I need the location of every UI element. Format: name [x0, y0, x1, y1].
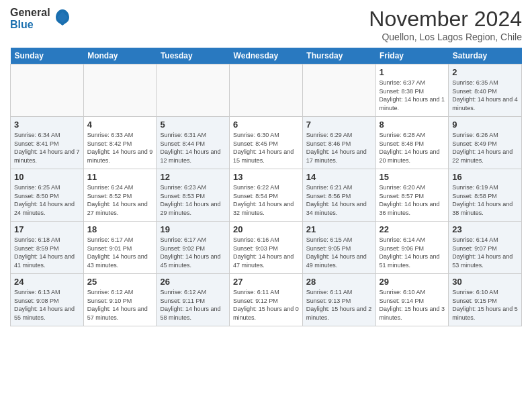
day-number: 30: [452, 277, 518, 287]
day-number: 6: [233, 120, 299, 130]
day-number: 25: [87, 277, 153, 287]
week-row-3: 10Sunrise: 6:25 AM Sunset: 8:50 PM Dayli…: [11, 169, 522, 222]
day-number: 13: [233, 172, 299, 182]
calendar-cell: [302, 64, 375, 117]
day-info: Sunrise: 6:17 AM Sunset: 9:01 PM Dayligh…: [87, 236, 153, 269]
calendar-cell: 3Sunrise: 6:34 AM Sunset: 8:41 PM Daylig…: [11, 117, 84, 169]
day-info: Sunrise: 6:21 AM Sunset: 8:56 PM Dayligh…: [306, 183, 372, 217]
day-info: Sunrise: 6:10 AM Sunset: 9:15 PM Dayligh…: [452, 288, 518, 322]
day-info: Sunrise: 6:25 AM Sunset: 8:50 PM Dayligh…: [14, 183, 80, 217]
day-info: Sunrise: 6:33 AM Sunset: 8:42 PM Dayligh…: [87, 131, 153, 165]
day-number: 23: [452, 224, 518, 234]
day-number: 17: [14, 224, 80, 234]
calendar-cell: 11Sunrise: 6:24 AM Sunset: 8:52 PM Dayli…: [83, 169, 157, 222]
day-number: 24: [14, 277, 80, 287]
calendar-cell: 7Sunrise: 6:29 AM Sunset: 8:46 PM Daylig…: [302, 117, 375, 169]
calendar-cell: 14Sunrise: 6:21 AM Sunset: 8:56 PM Dayli…: [302, 169, 375, 222]
header: General Blue November 2024 Quellon, Los …: [10, 7, 522, 42]
day-number: 11: [87, 172, 153, 182]
day-number: 26: [160, 277, 226, 287]
calendar-cell: 8Sunrise: 6:28 AM Sunset: 8:48 PM Daylig…: [375, 117, 449, 169]
day-number: 15: [380, 172, 445, 182]
day-number: 1: [380, 67, 445, 77]
day-number: 14: [306, 172, 372, 182]
calendar-cell: 10Sunrise: 6:25 AM Sunset: 8:50 PM Dayli…: [11, 169, 84, 222]
day-info: Sunrise: 6:11 AM Sunset: 9:13 PM Dayligh…: [306, 288, 372, 322]
logo-general: General: [10, 7, 50, 18]
calendar-cell: 2Sunrise: 6:35 AM Sunset: 8:40 PM Daylig…: [449, 64, 522, 117]
day-info: Sunrise: 6:34 AM Sunset: 8:41 PM Dayligh…: [14, 131, 80, 165]
day-number: 22: [380, 224, 445, 234]
day-number: 12: [160, 172, 226, 182]
calendar-cell: 4Sunrise: 6:33 AM Sunset: 8:42 PM Daylig…: [83, 117, 157, 169]
day-number: 4: [87, 120, 153, 130]
day-number: 3: [14, 120, 80, 130]
weekday-header-row: SundayMondayTuesdayWednesdayThursdayFrid…: [11, 48, 522, 64]
calendar-cell: 25Sunrise: 6:12 AM Sunset: 9:10 PM Dayli…: [83, 274, 157, 326]
week-row-2: 3Sunrise: 6:34 AM Sunset: 8:41 PM Daylig…: [11, 117, 522, 169]
calendar-cell: 1Sunrise: 6:37 AM Sunset: 8:38 PM Daylig…: [375, 64, 449, 117]
day-info: Sunrise: 6:11 AM Sunset: 9:12 PM Dayligh…: [233, 288, 299, 322]
day-number: 7: [306, 120, 372, 130]
weekday-monday: Monday: [83, 48, 157, 64]
week-row-1: 1Sunrise: 6:37 AM Sunset: 8:38 PM Daylig…: [11, 64, 522, 117]
calendar-cell: 15Sunrise: 6:20 AM Sunset: 8:57 PM Dayli…: [375, 169, 449, 222]
day-info: Sunrise: 6:18 AM Sunset: 8:59 PM Dayligh…: [14, 236, 80, 269]
day-number: 16: [452, 172, 518, 182]
calendar-cell: 29Sunrise: 6:10 AM Sunset: 9:14 PM Dayli…: [375, 274, 449, 326]
day-number: 8: [380, 120, 445, 130]
calendar-cell: 28Sunrise: 6:11 AM Sunset: 9:13 PM Dayli…: [302, 274, 375, 326]
calendar-cell: 12Sunrise: 6:23 AM Sunset: 8:53 PM Dayli…: [157, 169, 230, 222]
day-info: Sunrise: 6:26 AM Sunset: 8:49 PM Dayligh…: [452, 131, 518, 165]
weekday-wednesday: Wednesday: [230, 48, 303, 64]
day-info: Sunrise: 6:20 AM Sunset: 8:57 PM Dayligh…: [380, 183, 445, 217]
week-row-5: 24Sunrise: 6:13 AM Sunset: 9:08 PM Dayli…: [11, 274, 522, 326]
day-number: 19: [160, 224, 226, 234]
title-section: November 2024 Quellon, Los Lagos Region,…: [369, 7, 522, 42]
day-info: Sunrise: 6:10 AM Sunset: 9:14 PM Dayligh…: [380, 288, 445, 322]
calendar-cell: 26Sunrise: 6:12 AM Sunset: 9:11 PM Dayli…: [157, 274, 230, 326]
day-info: Sunrise: 6:13 AM Sunset: 9:08 PM Dayligh…: [14, 288, 80, 322]
logo: General Blue: [10, 7, 72, 31]
weekday-saturday: Saturday: [449, 48, 522, 64]
day-info: Sunrise: 6:17 AM Sunset: 9:02 PM Dayligh…: [160, 236, 226, 269]
day-number: 9: [452, 120, 518, 130]
day-info: Sunrise: 6:29 AM Sunset: 8:46 PM Dayligh…: [306, 131, 372, 165]
day-info: Sunrise: 6:14 AM Sunset: 9:06 PM Dayligh…: [380, 236, 445, 269]
weekday-friday: Friday: [375, 48, 449, 64]
month-title: November 2024: [369, 7, 522, 32]
weekday-sunday: Sunday: [11, 48, 84, 64]
day-info: Sunrise: 6:37 AM Sunset: 8:38 PM Dayligh…: [380, 79, 445, 112]
calendar-cell: 6Sunrise: 6:30 AM Sunset: 8:45 PM Daylig…: [230, 117, 303, 169]
day-number: 27: [233, 277, 299, 287]
calendar-cell: 19Sunrise: 6:17 AM Sunset: 9:02 PM Dayli…: [157, 222, 230, 274]
calendar-cell: [157, 64, 230, 117]
calendar-cell: 9Sunrise: 6:26 AM Sunset: 8:49 PM Daylig…: [449, 117, 522, 169]
day-info: Sunrise: 6:31 AM Sunset: 8:44 PM Dayligh…: [160, 131, 226, 165]
day-number: 29: [380, 277, 445, 287]
calendar-table: SundayMondayTuesdayWednesdayThursdayFrid…: [10, 48, 522, 326]
logo-icon: [53, 8, 72, 30]
day-info: Sunrise: 6:23 AM Sunset: 8:53 PM Dayligh…: [160, 183, 226, 217]
weekday-tuesday: Tuesday: [157, 48, 230, 64]
calendar-cell: 17Sunrise: 6:18 AM Sunset: 8:59 PM Dayli…: [11, 222, 84, 274]
day-number: 28: [306, 277, 372, 287]
calendar-cell: 27Sunrise: 6:11 AM Sunset: 9:12 PM Dayli…: [230, 274, 303, 326]
calendar-cell: 23Sunrise: 6:14 AM Sunset: 9:07 PM Dayli…: [449, 222, 522, 274]
calendar-cell: 18Sunrise: 6:17 AM Sunset: 9:01 PM Dayli…: [83, 222, 157, 274]
day-info: Sunrise: 6:16 AM Sunset: 9:03 PM Dayligh…: [233, 236, 299, 269]
calendar-cell: 22Sunrise: 6:14 AM Sunset: 9:06 PM Dayli…: [375, 222, 449, 274]
day-info: Sunrise: 6:19 AM Sunset: 8:58 PM Dayligh…: [452, 183, 518, 217]
calendar-cell: 5Sunrise: 6:31 AM Sunset: 8:44 PM Daylig…: [157, 117, 230, 169]
day-info: Sunrise: 6:24 AM Sunset: 8:52 PM Dayligh…: [87, 183, 153, 217]
calendar-cell: [230, 64, 303, 117]
calendar-cell: 16Sunrise: 6:19 AM Sunset: 8:58 PM Dayli…: [449, 169, 522, 222]
day-number: 10: [14, 172, 80, 182]
calendar-cell: 30Sunrise: 6:10 AM Sunset: 9:15 PM Dayli…: [449, 274, 522, 326]
location: Quellon, Los Lagos Region, Chile: [369, 32, 522, 42]
calendar-cell: 24Sunrise: 6:13 AM Sunset: 9:08 PM Dayli…: [11, 274, 84, 326]
calendar-cell: 21Sunrise: 6:15 AM Sunset: 9:05 PM Dayli…: [302, 222, 375, 274]
day-info: Sunrise: 6:15 AM Sunset: 9:05 PM Dayligh…: [306, 236, 372, 269]
week-row-4: 17Sunrise: 6:18 AM Sunset: 8:59 PM Dayli…: [11, 222, 522, 274]
logo-text: General Blue: [10, 7, 72, 31]
